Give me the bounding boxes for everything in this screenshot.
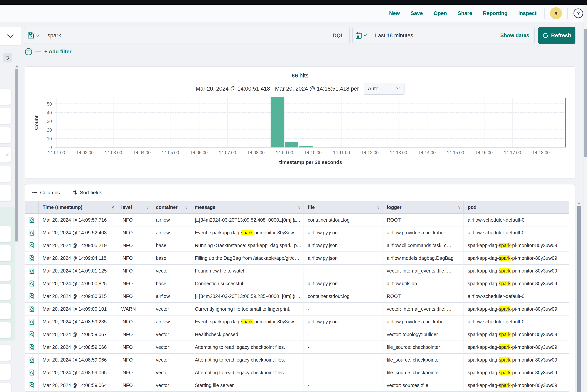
- expand-row-cell[interactable]: [25, 239, 38, 252]
- expand-row-cell[interactable]: [25, 290, 38, 302]
- table-row: Mar 20, 2024 @ 14:08:59.065INFOvectorAtt…: [25, 366, 569, 379]
- cell-file: -: [304, 341, 383, 354]
- avatar[interactable]: a: [550, 7, 562, 19]
- filter-icon[interactable]: [25, 48, 32, 56]
- sidebar-field-card[interactable]: [0, 284, 11, 300]
- inspect-document-icon[interactable]: [29, 255, 35, 261]
- help-icon[interactable]: ?: [574, 8, 583, 18]
- sort-fields-button[interactable]: Sort fields: [72, 190, 102, 196]
- inspect-document-icon[interactable]: [29, 306, 35, 312]
- x-tick-label: 14:05:00: [155, 150, 186, 155]
- nav-link-new[interactable]: New: [389, 10, 400, 16]
- expand-row-cell[interactable]: [25, 214, 38, 226]
- sidebar-field-card[interactable]: [0, 127, 11, 144]
- column-header-time-timestamp-[interactable]: Time (timestamp)∨: [38, 201, 117, 214]
- column-header-file[interactable]: file∨: [304, 201, 383, 214]
- remove-field-icon[interactable]: ×: [5, 151, 9, 158]
- inspect-document-icon[interactable]: [29, 280, 35, 287]
- nav-link-open[interactable]: Open: [434, 10, 447, 16]
- time-range-value[interactable]: Last 18 minutes: [370, 32, 500, 38]
- nav-link-reporting[interactable]: Reporting: [483, 10, 508, 16]
- x-gridline: [370, 98, 370, 148]
- expand-row-cell[interactable]: [25, 302, 38, 315]
- sidebar-field-card[interactable]: [0, 185, 11, 201]
- sidebar-scrollbar[interactable]: [16, 70, 18, 242]
- chevron-down-icon[interactable]: ∨: [146, 205, 149, 210]
- sidebar-collapse-button[interactable]: [0, 27, 21, 46]
- column-header-pod[interactable]: pod: [464, 201, 569, 214]
- sidebar-field-card[interactable]: [0, 245, 11, 261]
- search-input[interactable]: [42, 32, 328, 39]
- chevron-down-icon[interactable]: ∨: [185, 205, 188, 210]
- sidebar-field-card[interactable]: [0, 166, 11, 182]
- expand-row-cell[interactable]: [25, 226, 38, 239]
- column-header-logger[interactable]: logger∨: [383, 201, 464, 214]
- sidebar-count-badge: 3: [3, 53, 12, 62]
- query-language-button[interactable]: DQL: [328, 32, 349, 38]
- expand-row-cell[interactable]: [25, 379, 38, 392]
- add-filter-button[interactable]: + Add filter: [44, 49, 72, 55]
- expand-row-cell[interactable]: [25, 315, 38, 328]
- column-header-level[interactable]: level∨: [117, 201, 152, 214]
- sidebar-field-card[interactable]: [0, 264, 11, 281]
- columns-button[interactable]: Columns: [32, 190, 60, 196]
- nav-link-inspect[interactable]: Inspect: [518, 10, 536, 16]
- inspect-document-icon[interactable]: [29, 356, 35, 363]
- chevron-down-icon[interactable]: ∨: [298, 205, 301, 210]
- sidebar-field-card[interactable]: ×: [0, 146, 11, 163]
- sidebar-field-card[interactable]: [0, 89, 11, 105]
- expand-row-cell[interactable]: [25, 341, 38, 354]
- expand-row-cell[interactable]: [25, 354, 38, 366]
- inspect-document-icon[interactable]: [29, 293, 35, 300]
- inspect-document-icon[interactable]: [29, 369, 35, 376]
- saved-query-button[interactable]: [25, 27, 42, 44]
- cell-container: vector: [152, 328, 191, 341]
- x-tick-label: 14:04:00: [126, 150, 158, 155]
- sidebar-field-card[interactable]: [0, 364, 11, 380]
- chevron-down-icon[interactable]: ∨: [112, 205, 114, 210]
- content-scrollbar-thumb[interactable]: [577, 206, 581, 392]
- cell-pod: airflow-scheduler-default-0: [464, 315, 569, 328]
- inspect-document-icon[interactable]: [29, 318, 35, 325]
- cell-level: INFO: [117, 366, 152, 379]
- inspect-document-icon[interactable]: [29, 229, 35, 236]
- histogram-bar[interactable]: [270, 97, 284, 148]
- inspect-document-icon[interactable]: [29, 344, 35, 350]
- calendar-button[interactable]: [353, 27, 370, 44]
- show-dates-button[interactable]: Show dates: [500, 32, 534, 38]
- column-header-container[interactable]: container∨: [152, 201, 191, 214]
- sidebar-field-card[interactable]: [0, 226, 11, 242]
- sidebar-field-card[interactable]: [0, 303, 11, 319]
- inspect-document-icon[interactable]: [29, 242, 35, 248]
- sidebar-scroll-up-icon[interactable]: [15, 65, 18, 68]
- histogram-bar[interactable]: [299, 146, 312, 148]
- column-header-message[interactable]: message∨: [191, 201, 304, 214]
- inspect-document-icon[interactable]: [29, 382, 35, 388]
- sidebar-field-card[interactable]: [0, 108, 11, 124]
- nav-link-share[interactable]: Share: [458, 10, 472, 16]
- cell-file: -: [304, 366, 383, 379]
- cell-message: Event: sparkapp-dag-spark-pi-monitor-80y…: [191, 315, 304, 328]
- inspect-document-icon[interactable]: [29, 268, 35, 274]
- cell-pod: airflow-scheduler-default-0: [464, 226, 569, 239]
- expand-row-cell[interactable]: [25, 264, 38, 277]
- chevron-down-icon[interactable]: ∨: [377, 205, 380, 210]
- expand-row-cell[interactable]: [25, 277, 38, 290]
- inspect-document-icon[interactable]: [29, 331, 35, 338]
- sidebar-field-card[interactable]: [0, 322, 11, 338]
- sidebar-field-card[interactable]: [0, 344, 11, 361]
- sidebar-field-card[interactable]: [0, 383, 11, 392]
- table-row: Mar 20, 2024 @ 14:09:00.315INFOairflow[□…: [25, 290, 569, 302]
- page-scrollbar-thumb[interactable]: [584, 29, 587, 157]
- interval-select[interactable]: Auto: [364, 83, 404, 95]
- expand-row-cell[interactable]: [25, 366, 38, 379]
- cell-time: Mar 20, 2024 @ 14:09:00.315: [38, 290, 117, 302]
- chevron-down-icon[interactable]: ∨: [458, 205, 461, 210]
- nav-link-save[interactable]: Save: [411, 10, 423, 16]
- expand-row-cell[interactable]: [25, 328, 38, 341]
- inspect-document-icon[interactable]: [29, 216, 35, 223]
- content-scroll-up-icon[interactable]: [578, 202, 581, 204]
- expand-row-cell[interactable]: [25, 252, 38, 264]
- refresh-button[interactable]: Refresh: [538, 27, 576, 44]
- histogram-bar[interactable]: [285, 142, 298, 148]
